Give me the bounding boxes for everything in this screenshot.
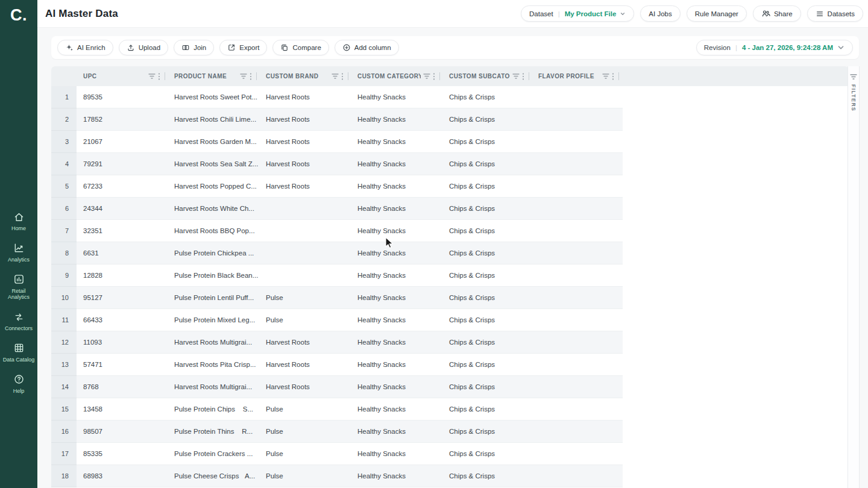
table-row[interactable]: 12 11093 Harvest Roots Multigrai... Harv…	[51, 331, 849, 354]
cell-custom-subcatogy[interactable]: Chips & Crisps	[444, 131, 533, 152]
cell-flavor-profile[interactable]	[533, 287, 623, 308]
filter-icon[interactable]	[423, 74, 430, 79]
cell-custom-category[interactable]: Healthy Snacks	[352, 198, 444, 219]
cell-custom-subcatogy[interactable]: Chips & Crisps	[444, 108, 533, 130]
sidebar-item-home[interactable]: Home	[0, 211, 37, 232]
cell-product-name[interactable]: Harvest Roots White Ch...	[169, 198, 260, 219]
column-menu-icon[interactable]	[522, 73, 524, 80]
cell-upc[interactable]: 8768	[77, 376, 169, 398]
table-row[interactable]: 16 98507 Pulse Protein Thins R... Pulse …	[51, 421, 849, 443]
cell-custom-category[interactable]: Healthy Snacks	[352, 398, 444, 420]
cell-custom-brand[interactable]	[260, 242, 352, 264]
cell-upc[interactable]: 66433	[77, 309, 169, 331]
sidebar-item-retail-analytics[interactable]: Retail Analytics	[0, 274, 37, 301]
cell-product-name[interactable]: Pulse Protein Mixed Leg...	[169, 309, 260, 331]
cell-flavor-profile[interactable]	[533, 264, 623, 286]
cell-flavor-profile[interactable]	[533, 398, 623, 420]
cell-product-name[interactable]: Pulse Cheese Crisps A...	[169, 465, 260, 487]
cell-custom-brand[interactable]: Harvest Roots	[260, 354, 352, 375]
cell-custom-category[interactable]: Healthy Snacks	[352, 175, 444, 197]
cell-custom-category[interactable]: Healthy Snacks	[352, 153, 444, 175]
column-menu-icon[interactable]	[341, 73, 344, 80]
cell-product-name[interactable]: Pulse Protein Black Bean...	[169, 264, 260, 286]
share-button[interactable]: Share	[753, 5, 801, 22]
table-row[interactable]: 9 12828 Pulse Protein Black Bean... Heal…	[51, 264, 849, 287]
cell-custom-subcatogy[interactable]: Chips & Crisps	[444, 398, 533, 420]
sidebar-item-help[interactable]: Help	[0, 374, 37, 395]
cell-upc[interactable]: 13458	[77, 398, 169, 420]
sidebar-item-analytics[interactable]: Analytics	[0, 242, 37, 263]
table-row[interactable]: 7 32351 Harvest Roots BBQ Pop... Healthy…	[51, 220, 849, 242]
table-row[interactable]: 13 57471 Harvest Roots Pita Crisp... Har…	[51, 354, 849, 376]
compare-button[interactable]: Compare	[272, 40, 329, 55]
cell-upc[interactable]: 32351	[77, 220, 169, 242]
cell-flavor-profile[interactable]	[533, 331, 623, 353]
rule-manager-button[interactable]: Rule Manager	[687, 5, 747, 22]
cell-custom-subcatogy[interactable]: Chips & Crisps	[444, 153, 533, 175]
column-header-flavor-profile[interactable]: FLAVOR PROFILE	[533, 66, 623, 86]
cell-custom-subcatogy[interactable]: Chips & Crisps	[444, 86, 533, 108]
cell-custom-brand[interactable]: Pulse	[260, 287, 352, 308]
cell-flavor-profile[interactable]	[533, 86, 623, 108]
column-menu-icon[interactable]	[433, 73, 435, 80]
cell-product-name[interactable]: Harvest Roots Garden M...	[169, 131, 260, 152]
table-row[interactable]: 1 89535 Harvest Roots Sweet Pot... Harve…	[51, 86, 849, 108]
column-menu-icon[interactable]	[158, 73, 160, 80]
cell-upc[interactable]: 17852	[77, 108, 169, 130]
cell-upc[interactable]: 57471	[77, 354, 169, 375]
export-button[interactable]: Export	[219, 40, 267, 55]
column-header-custom-category[interactable]: CUSTOM CATEGORY	[352, 66, 444, 86]
revision-selector[interactable]: Revision | 4 - Jan 27, 2026, 9:24:28 AM	[696, 40, 853, 55]
datasets-button[interactable]: Datasets	[807, 5, 863, 22]
table-row[interactable]: 3 21067 Harvest Roots Garden M... Harves…	[51, 131, 849, 153]
cell-custom-brand[interactable]: Pulse	[260, 421, 352, 442]
cell-product-name[interactable]: Harvest Roots Chili Lime...	[169, 108, 260, 130]
column-header-custom-brand[interactable]: CUSTOM BRAND	[260, 66, 352, 86]
cell-custom-category[interactable]: Healthy Snacks	[352, 443, 444, 465]
cell-upc[interactable]: 21067	[77, 131, 169, 152]
dataset-selector[interactable]: Dataset | My Product File	[521, 5, 634, 22]
cell-custom-category[interactable]: Healthy Snacks	[352, 354, 444, 375]
cell-flavor-profile[interactable]	[533, 108, 623, 130]
table-row[interactable]: 17 85335 Pulse Protein Crackers ... Puls…	[51, 443, 849, 465]
cell-flavor-profile[interactable]	[533, 376, 623, 398]
cell-custom-subcatogy[interactable]: Chips & Crisps	[444, 198, 533, 219]
cell-custom-brand[interactable]: Pulse	[260, 465, 352, 487]
cell-upc[interactable]: 79291	[77, 153, 169, 175]
cell-product-name[interactable]: Harvest Roots Sea Salt Z...	[169, 153, 260, 175]
cell-custom-category[interactable]: Healthy Snacks	[352, 264, 444, 286]
cell-custom-category[interactable]: Healthy Snacks	[352, 242, 444, 264]
cell-flavor-profile[interactable]	[533, 421, 623, 442]
cell-upc[interactable]: 12828	[77, 264, 169, 286]
filter-icon[interactable]	[512, 74, 520, 79]
table-row[interactable]: 2 17852 Harvest Roots Chili Lime... Harv…	[51, 108, 849, 131]
cell-upc[interactable]: 95127	[77, 287, 169, 308]
table-row[interactable]: 15 13458 Pulse Protein Chips S... Pulse …	[51, 398, 849, 421]
cell-flavor-profile[interactable]	[533, 309, 623, 331]
cell-custom-subcatogy[interactable]: Chips & Crisps	[444, 421, 533, 442]
cell-custom-brand[interactable]: Harvest Roots	[260, 153, 352, 175]
cell-product-name[interactable]: Harvest Roots BBQ Pop...	[169, 220, 260, 242]
cell-upc[interactable]: 98507	[77, 421, 169, 442]
cell-custom-category[interactable]: Healthy Snacks	[352, 421, 444, 442]
cell-custom-subcatogy[interactable]: Chips & Crisps	[444, 465, 533, 487]
ai-jobs-button[interactable]: AI Jobs	[640, 5, 680, 22]
cell-custom-brand[interactable]	[260, 220, 352, 242]
cell-custom-category[interactable]: Healthy Snacks	[352, 331, 444, 353]
cell-custom-brand[interactable]: Pulse	[260, 398, 352, 420]
cell-custom-subcatogy[interactable]: Chips & Crisps	[444, 264, 533, 286]
cell-product-name[interactable]: Harvest Roots Multigrai...	[169, 376, 260, 398]
cell-product-name[interactable]: Pulse Protein Chickpea ...	[169, 242, 260, 264]
cell-custom-brand[interactable]	[260, 198, 352, 219]
cell-custom-subcatogy[interactable]: Chips & Crisps	[444, 220, 533, 242]
cell-product-name[interactable]: Pulse Protein Chips S...	[169, 398, 260, 420]
table-row[interactable]: 11 66433 Pulse Protein Mixed Leg... Puls…	[51, 309, 849, 331]
column-menu-icon[interactable]	[250, 73, 252, 80]
table-row[interactable]: 18 68983 Pulse Cheese Crisps A... Pulse …	[51, 465, 849, 487]
cell-custom-brand[interactable]: Harvest Roots	[260, 86, 352, 108]
cell-product-name[interactable]: Pulse Protein Crackers ...	[169, 443, 260, 465]
sidebar-item-connectors[interactable]: Connectors	[0, 311, 37, 332]
table-row[interactable]: 14 8768 Harvest Roots Multigrai... Harve…	[51, 376, 849, 398]
cell-custom-category[interactable]: Healthy Snacks	[352, 220, 444, 242]
cell-product-name[interactable]: Pulse Protein Lentil Puff...	[169, 287, 260, 308]
